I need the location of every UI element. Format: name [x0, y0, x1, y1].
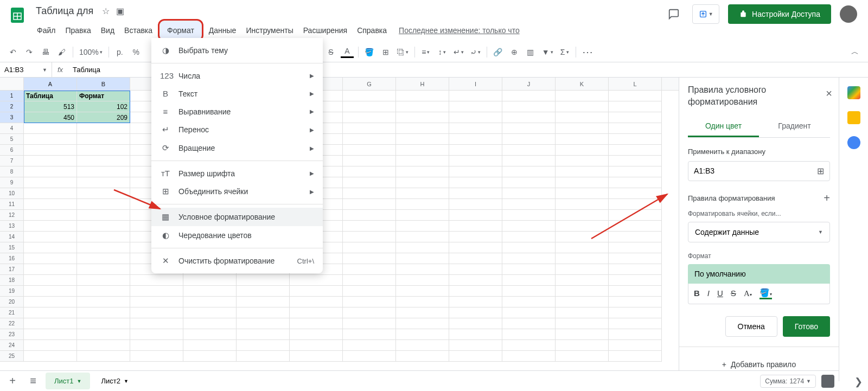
column-header[interactable]: B — [77, 78, 130, 90]
add-sheet-icon[interactable]: + — [4, 373, 21, 389]
cell[interactable] — [609, 307, 662, 318]
cell[interactable] — [183, 340, 237, 351]
menu-расширения[interactable]: Расширения — [299, 24, 352, 37]
cell[interactable] — [396, 145, 449, 156]
cell[interactable] — [24, 221, 77, 232]
cell[interactable] — [556, 91, 609, 101]
valign-icon[interactable]: ↕▾ — [436, 44, 449, 60]
cell[interactable] — [502, 318, 556, 329]
cell[interactable] — [24, 134, 77, 145]
cell[interactable] — [502, 199, 556, 210]
cell[interactable] — [449, 123, 502, 134]
cell[interactable] — [77, 188, 130, 199]
cell[interactable] — [396, 286, 449, 297]
text-color-icon[interactable]: A▾ — [744, 289, 752, 298]
cell[interactable] — [396, 232, 449, 242]
column-header[interactable]: H — [396, 78, 449, 90]
cell[interactable] — [396, 351, 449, 362]
cell[interactable] — [556, 134, 609, 145]
cell[interactable] — [343, 351, 396, 362]
cell[interactable] — [396, 199, 449, 210]
row-header[interactable]: 14 — [0, 232, 24, 242]
cell[interactable] — [556, 145, 609, 156]
menu-item[interactable]: ✕Очистить форматированиеCtrl+\ — [151, 252, 323, 270]
more-icon[interactable]: ⋯ — [580, 44, 596, 60]
cell[interactable] — [343, 210, 396, 221]
cell[interactable] — [609, 199, 662, 210]
cell[interactable] — [556, 232, 609, 242]
functions-icon[interactable]: Σ▾ — [558, 44, 571, 60]
row-header[interactable]: 21 — [0, 307, 24, 318]
link-icon[interactable]: 🔗 — [492, 44, 505, 60]
cell[interactable] — [343, 275, 396, 286]
cell[interactable] — [609, 329, 662, 340]
move-icon[interactable]: ▣ — [116, 6, 124, 16]
cell[interactable] — [24, 145, 77, 156]
cell[interactable] — [343, 199, 396, 210]
cell[interactable] — [24, 210, 77, 221]
cell[interactable] — [502, 210, 556, 221]
filter-icon[interactable]: ▼▾ — [540, 44, 555, 60]
cell[interactable] — [556, 199, 609, 210]
sheet-tab[interactable]: Лист2 ▼ — [92, 373, 137, 389]
cell[interactable] — [24, 264, 77, 275]
last-edit[interactable]: Последнее изменение: только что — [399, 26, 520, 35]
row-header[interactable]: 22 — [0, 318, 24, 329]
cell[interactable] — [77, 221, 130, 232]
cell[interactable] — [449, 188, 502, 199]
cell[interactable] — [290, 297, 343, 307]
cell[interactable] — [449, 286, 502, 297]
cell[interactable] — [77, 232, 130, 242]
cell[interactable] — [556, 156, 609, 166]
done-button[interactable]: Готово — [783, 316, 830, 337]
cell[interactable] — [77, 318, 130, 329]
cell[interactable] — [396, 221, 449, 232]
cell[interactable] — [237, 307, 290, 318]
cell[interactable] — [396, 340, 449, 351]
cell[interactable] — [77, 264, 130, 275]
cell[interactable] — [502, 91, 556, 101]
cell[interactable] — [449, 112, 502, 123]
select-all-corner[interactable] — [0, 78, 24, 90]
cell[interactable] — [609, 221, 662, 232]
cell[interactable] — [130, 307, 183, 318]
cell[interactable] — [556, 123, 609, 134]
cell[interactable] — [290, 351, 343, 362]
cell[interactable] — [502, 221, 556, 232]
add-rule-icon[interactable]: + — [824, 192, 830, 204]
menu-item[interactable]: ◐Чередование цветов — [151, 226, 323, 245]
row-header[interactable]: 2 — [0, 101, 24, 112]
strike-icon[interactable]: S — [731, 289, 736, 298]
zoom-select[interactable]: 100%▾ — [78, 44, 104, 60]
close-icon[interactable]: × — [826, 87, 832, 100]
cell[interactable] — [396, 112, 449, 123]
row-header[interactable]: 17 — [0, 264, 24, 275]
menu-item[interactable]: ▦Условное форматирование — [151, 208, 323, 226]
cell[interactable] — [449, 134, 502, 145]
cell[interactable] — [449, 242, 502, 253]
menu-данные[interactable]: Данные — [205, 24, 241, 37]
cell[interactable] — [77, 210, 130, 221]
cell[interactable] — [343, 329, 396, 340]
cell[interactable] — [502, 177, 556, 188]
cell[interactable] — [343, 286, 396, 297]
row-header[interactable]: 23 — [0, 329, 24, 340]
menu-item[interactable]: ↵Перенос▶ — [151, 120, 323, 139]
cell[interactable] — [343, 340, 396, 351]
row-header[interactable]: 25 — [0, 351, 24, 362]
row-header[interactable]: 19 — [0, 286, 24, 297]
cell[interactable] — [290, 318, 343, 329]
cell[interactable] — [609, 123, 662, 134]
cell[interactable] — [449, 232, 502, 242]
cell[interactable] — [449, 145, 502, 156]
percent-button[interactable]: % — [130, 44, 143, 60]
menu-item[interactable]: BТекст▶ — [151, 85, 323, 102]
cell[interactable]: 209 — [77, 112, 130, 123]
cell[interactable] — [502, 156, 556, 166]
menu-справка[interactable]: Справка — [353, 24, 391, 37]
cell[interactable] — [449, 351, 502, 362]
cell[interactable] — [237, 340, 290, 351]
menu-item[interactable]: ≡Выравнивание▶ — [151, 102, 323, 120]
cell[interactable] — [609, 112, 662, 123]
cell[interactable] — [449, 307, 502, 318]
